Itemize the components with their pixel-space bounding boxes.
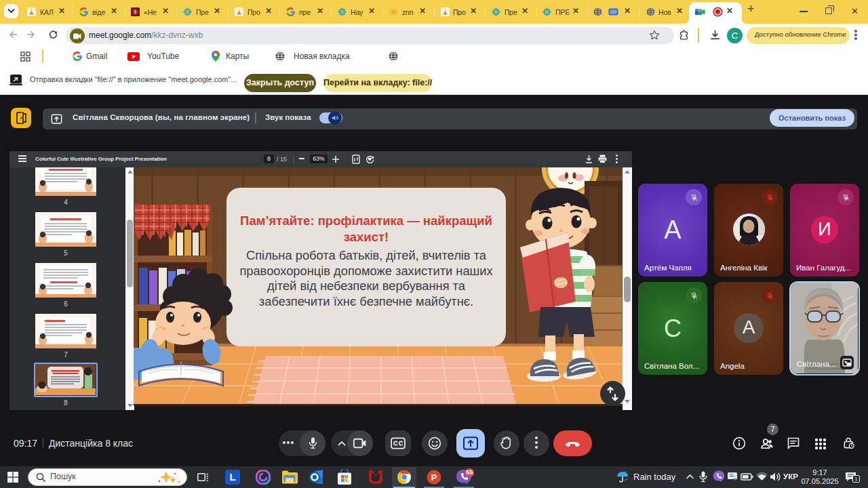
svg-text:P: P (431, 473, 437, 483)
svg-text:правоохоронців допоможе захист: правоохоронців допоможе захистити наших (239, 264, 492, 278)
svg-text:Спільна робота батьків, дітей,: Спільна робота батьків, дітей, вчителів … (246, 248, 487, 262)
svg-text:забезпечити їхнє безпечне майб: забезпечити їхнє безпечне майбутнє. (259, 294, 473, 308)
svg-text:дітей від небезпеки вербування: дітей від небезпеки вербування та (267, 279, 466, 293)
svg-text:Пам’ятайте: профілактика — най: Пам’ятайте: профілактика — найкращий (240, 214, 492, 228)
svg-text:захист!: захист! (344, 230, 389, 244)
